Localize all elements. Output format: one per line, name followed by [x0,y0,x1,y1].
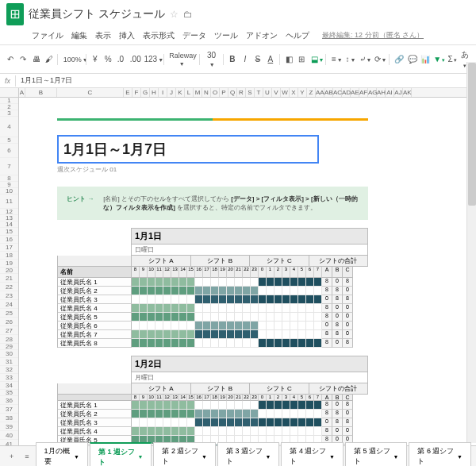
shift-cell[interactable] [306,339,314,348]
employee-name[interactable]: 従業員氏名 1 [58,401,132,410]
chart-button[interactable]: 📊 [418,53,429,65]
all-sheets-button[interactable]: ≡ [20,450,33,463]
col-header[interactable]: U [263,88,272,97]
dec-decrease-button[interactable]: .0 [115,53,126,65]
shift-cell[interactable] [251,339,259,348]
merge-button[interactable]: ⬓▼ [309,53,323,65]
shift-cell[interactable] [314,410,322,418]
menu-data[interactable]: データ [182,30,206,41]
shift-cell[interactable] [251,313,259,322]
shift-cell[interactable] [179,295,187,304]
scroll-thumb[interactable] [468,63,476,206]
col-header[interactable]: AF [359,88,368,97]
shift-cell[interactable] [132,304,140,313]
shift-cell[interactable] [148,295,155,304]
shift-cell[interactable] [163,418,171,427]
row-number[interactable]: 36 [0,396,18,405]
shift-cell[interactable] [274,278,282,287]
shift-cell[interactable] [179,322,187,330]
shift-cell[interactable] [235,401,243,410]
shift-cell[interactable] [179,401,187,410]
shift-cell[interactable] [187,410,195,418]
shift-cell[interactable] [195,330,203,339]
borders-button[interactable]: ⊞ [296,53,307,65]
shift-cell[interactable] [259,401,267,410]
row-number[interactable]: 6 [0,144,18,158]
shift-cell[interactable] [235,418,243,427]
shift-cell[interactable] [195,339,203,348]
row-number[interactable]: 3 [0,110,18,117]
row-number[interactable]: 38 [0,414,18,422]
col-header[interactable]: Y [298,88,307,97]
shift-cell[interactable] [314,278,322,287]
shift-cell[interactable] [155,427,163,436]
percent-button[interactable]: % [102,53,113,65]
shift-cell[interactable] [306,295,314,304]
shift-cell[interactable] [282,304,290,313]
shift-cell[interactable] [132,427,140,436]
shift-cell[interactable] [290,295,298,304]
shift-cell[interactable] [259,278,267,287]
row-number[interactable]: 15 [0,228,18,236]
shift-cell[interactable] [314,401,322,410]
wrap-button[interactable]: ⤶▼ [357,53,370,65]
col-header[interactable]: B [25,88,57,97]
shift-cell[interactable] [171,295,179,304]
col-header[interactable]: F [132,88,141,97]
shift-cell[interactable] [179,427,187,436]
shift-cell[interactable] [298,339,306,348]
employee-name[interactable]: 従業員氏名 6 [58,322,132,330]
menu-format[interactable]: 表示形式 [143,30,175,41]
shift-cell[interactable] [203,330,211,339]
shift-cell[interactable] [298,278,306,287]
shift-cell[interactable] [235,304,243,313]
shift-cell[interactable] [203,287,211,295]
shift-cell[interactable] [132,418,140,427]
shift-cell[interactable] [306,304,314,313]
row-number[interactable]: 27 [0,326,18,335]
shift-cell[interactable] [282,278,290,287]
shift-cell[interactable] [298,427,306,436]
shift-cell[interactable] [227,287,235,295]
shift-cell[interactable] [195,410,203,418]
shift-cell[interactable] [132,339,140,348]
shift-cell[interactable] [290,410,298,418]
shift-cell[interactable] [187,278,195,287]
col-header[interactable]: I [159,88,167,97]
shift-cell[interactable] [171,313,179,322]
shift-cell[interactable] [187,427,195,436]
shift-cell[interactable] [227,401,235,410]
shift-cell[interactable] [243,330,251,339]
shift-cell[interactable] [219,418,227,427]
italic-button[interactable]: I [240,53,251,65]
shift-cell[interactable] [267,304,274,313]
shift-cell[interactable] [227,427,235,436]
shift-cell[interactable] [235,295,243,304]
shift-cell[interactable] [306,278,314,287]
shift-cell[interactable] [148,427,155,436]
col-header[interactable]: X [290,88,298,97]
col-header[interactable]: AB [324,88,333,97]
shift-cell[interactable] [171,278,179,287]
shift-cell[interactable] [179,410,187,418]
row-number[interactable]: 25 [0,309,18,318]
shift-cell[interactable] [243,313,251,322]
shift-cell[interactable] [140,287,148,295]
paint-format-button[interactable]: 🖌 [43,53,54,65]
shift-cell[interactable] [140,339,148,348]
shift-cell[interactable] [211,295,219,304]
shift-cell[interactable] [211,401,219,410]
add-sheet-button[interactable]: + [5,450,18,463]
font-select[interactable]: Raleway ▼ [167,50,196,69]
shift-cell[interactable] [243,304,251,313]
shift-cell[interactable] [282,330,290,339]
shift-cell[interactable] [282,427,290,436]
shift-cell[interactable] [148,410,155,418]
shift-cell[interactable] [155,278,163,287]
shift-cell[interactable] [259,304,267,313]
row-number[interactable]: 40 [0,431,18,440]
shift-cell[interactable] [132,313,140,322]
shift-cell[interactable] [259,313,267,322]
shift-cell[interactable] [171,339,179,348]
shift-cell[interactable] [274,322,282,330]
